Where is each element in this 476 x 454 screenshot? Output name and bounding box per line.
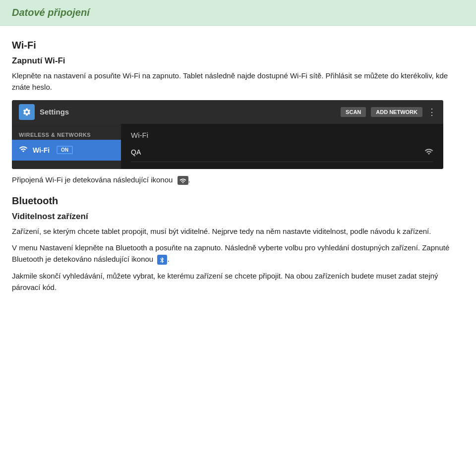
main-content: Wi-Fi Zapnutí Wi-Fi Klepněte na nastaven… xyxy=(0,26,476,310)
page-container: Datové připojení Wi-Fi Zapnutí Wi-Fi Kle… xyxy=(0,0,476,310)
bluetooth-paragraph1: Zařízení, se kterým chcete tablet propoj… xyxy=(12,226,464,237)
network-name-qa: QA xyxy=(131,148,141,156)
wifi-section-title: Wi-Fi xyxy=(12,40,464,51)
wifi-icon-note: Připojená Wi-Fi je detekována následujíc… xyxy=(12,174,464,185)
page-title: Datové připojení xyxy=(12,7,90,18)
screenshot-settings-label: Settings xyxy=(40,108,69,116)
header-bar: Datové připojení xyxy=(0,0,476,26)
settings-icon-box xyxy=(19,104,35,120)
screenshot-main-area: Wi-Fi QA xyxy=(121,124,443,169)
sidebar-section-label: WIRELESS & NETWORKS xyxy=(12,129,121,140)
bluetooth-paragraph3: Jakmile skončí vyhledávání, můžete vybra… xyxy=(12,270,464,293)
network-row-qa: QA xyxy=(131,143,433,162)
wifi-icon xyxy=(19,145,28,156)
wifi-subsection-title: Zapnutí Wi-Fi xyxy=(12,56,464,66)
wifi-icon-note-text: Připojená Wi-Fi je detekována následujíc… xyxy=(12,175,173,184)
scan-button[interactable]: SCAN xyxy=(341,107,366,117)
add-network-button[interactable]: ADD NETWORK xyxy=(371,107,422,117)
overflow-menu-icon[interactable]: ⋮ xyxy=(427,107,436,117)
screenshot-sidebar: WIRELESS & NETWORKS Wi-Fi ON xyxy=(12,124,121,169)
screenshot-topbar: Settings SCAN ADD NETWORK ⋮ xyxy=(12,100,443,124)
bluetooth-active-icon xyxy=(157,255,167,265)
settings-icon xyxy=(22,108,31,116)
sidebar-wifi-label: Wi-Fi xyxy=(33,146,50,154)
screenshot-topbar-left: Settings xyxy=(19,104,69,120)
wifi-paragraph1: Klepněte na nastavení a posuňte Wi-Fi na… xyxy=(12,70,464,93)
bluetooth-section-title: Bluetooth xyxy=(12,195,464,207)
bluetooth-paragraph2-text: V menu Nastavení klepněte na Bluetooth a… xyxy=(12,243,449,263)
screenshot-content: WIRELESS & NETWORKS Wi-Fi ON Wi-Fi xyxy=(12,124,443,169)
network-signal-qa xyxy=(424,147,433,158)
bluetooth-subsection-title: Viditelnost zařízení xyxy=(12,212,464,222)
bluetooth-paragraph2: V menu Nastavení klepněte na Bluetooth a… xyxy=(12,242,464,265)
wifi-connected-icon xyxy=(178,176,188,185)
main-wifi-label: Wi-Fi xyxy=(131,131,433,139)
wifi-screenshot: Settings SCAN ADD NETWORK ⋮ WIRELESS & N… xyxy=(12,100,443,169)
bluetooth-section: Bluetooth Viditelnost zařízení Zařízení,… xyxy=(12,195,464,293)
wifi-on-badge: ON xyxy=(57,146,73,154)
screenshot-topbar-right: SCAN ADD NETWORK ⋮ xyxy=(341,107,436,117)
sidebar-wifi-item[interactable]: Wi-Fi ON xyxy=(12,140,121,161)
